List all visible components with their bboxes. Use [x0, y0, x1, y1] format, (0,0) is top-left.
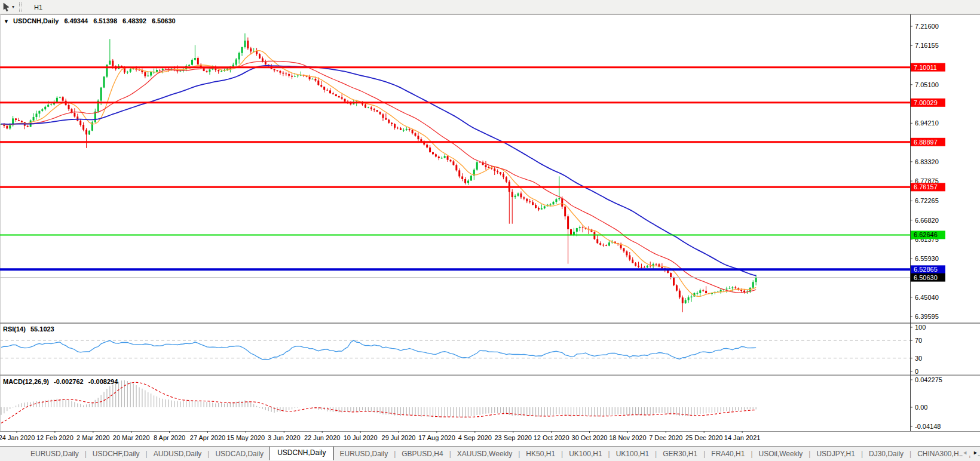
ma-slow-line — [1, 66, 756, 276]
ohlc-open: 6.49344 — [64, 17, 88, 24]
svg-text:6.52865: 6.52865 — [914, 266, 938, 273]
svg-text:29 Jul 2020: 29 Jul 2020 — [382, 434, 416, 441]
rsi-pane: 10070300 — [0, 324, 926, 375]
bottom-tab-audusd-daily[interactable]: AUDUSD,Daily — [148, 448, 207, 460]
chart-tab-bar: EURUSD,Daily|USDCHF,Daily|AUDUSD,Daily|U… — [0, 446, 980, 461]
svg-text:7.10011: 7.10011 — [914, 64, 937, 71]
chart-area: 7.216007.161557.051006.942106.833206.778… — [0, 14, 980, 446]
macd-pane: 0.0422750.00-0.04148 — [1, 376, 942, 430]
bottom-tab-usdchf-daily[interactable]: USDCHF,Daily — [87, 448, 145, 460]
svg-text:0.042275: 0.042275 — [915, 376, 942, 383]
svg-text:12 Oct 2020: 12 Oct 2020 — [534, 434, 569, 441]
bottom-tab-usdcnh-daily[interactable]: USDCNH,Daily — [269, 446, 334, 460]
svg-text:6.45040: 6.45040 — [915, 294, 939, 301]
svg-text:70: 70 — [915, 337, 922, 344]
chart-title: ▼ USDCNH,Daily 6.49344 6.51398 6.48392 6… — [4, 17, 176, 24]
svg-text:25 Dec 2020: 25 Dec 2020 — [685, 434, 722, 441]
svg-text:18 Nov 2020: 18 Nov 2020 — [609, 434, 646, 441]
svg-text:7.05100: 7.05100 — [915, 81, 939, 88]
macd-indicator-label: MACD(12,26,9) -0.002762 -0.008294 — [3, 378, 118, 385]
svg-text:6.66820: 6.66820 — [915, 217, 939, 224]
svg-text:7.00029: 7.00029 — [914, 99, 938, 106]
toolbar-grip[interactable] — [19, 2, 22, 12]
svg-text:6.88897: 6.88897 — [914, 139, 938, 146]
svg-text:7 Dec 2020: 7 Dec 2020 — [649, 434, 682, 441]
ma-fast-line — [1, 51, 756, 297]
bottom-tab-uk100-h1[interactable]: UK100,H1 — [564, 448, 607, 460]
toolbar: ▾ M1M5M15M30H1H4D1W1MN — [0, 0, 980, 14]
ma-mid-line — [1, 61, 756, 293]
svg-text:15 May 2020: 15 May 2020 — [227, 434, 265, 441]
svg-text:12 Feb 2020: 12 Feb 2020 — [36, 434, 74, 441]
tabs-scroll-left-icon[interactable]: ◄ — [962, 450, 967, 456]
svg-text:4 Sep 2020: 4 Sep 2020 — [458, 434, 492, 441]
rsi-indicator-label: RSI(14) 55.1023 — [3, 325, 54, 333]
macd-signal-value: -0.008294 — [88, 378, 118, 385]
price-axis-badges: 7.100117.000296.888976.761576.626466.528… — [911, 63, 945, 282]
svg-text:6.39595: 6.39595 — [915, 313, 939, 320]
bottom-tab-fra40-h1[interactable]: FRA40,H1 — [706, 448, 750, 460]
cursor-tool-icon[interactable] — [1, 2, 12, 13]
bottom-tab-ger30-h1[interactable]: GER30,H1 — [657, 448, 703, 460]
svg-text:22 Jun 2020: 22 Jun 2020 — [304, 434, 341, 441]
svg-text:2 Mar 2020: 2 Mar 2020 — [76, 434, 110, 441]
bottom-tab-uk100-h1[interactable]: UK100,H1 — [611, 448, 654, 460]
pane-separators — [0, 14, 980, 432]
svg-text:6.72265: 6.72265 — [915, 197, 939, 204]
chart-symbol: USDCNH,Daily — [13, 17, 59, 24]
svg-text:6.83320: 6.83320 — [915, 158, 939, 165]
svg-text:3 Jun 2020: 3 Jun 2020 — [268, 434, 300, 441]
bottom-tab-xauusd-weekly[interactable]: XAUUSD,Weekly — [452, 448, 517, 460]
cursor-tool-dropdown-icon[interactable]: ▾ — [12, 4, 14, 10]
svg-text:6.94210: 6.94210 — [915, 119, 939, 127]
bottom-tab-eurusd-daily[interactable]: EURUSD,Daily — [25, 448, 84, 460]
chart-collapse-icon[interactable]: ▼ — [4, 19, 9, 24]
svg-text:0.00: 0.00 — [915, 404, 927, 411]
svg-text:30 Oct 2020: 30 Oct 2020 — [572, 434, 608, 441]
ohlc-close: 6.50630 — [152, 17, 176, 24]
svg-text:27 Apr 2020: 27 Apr 2020 — [190, 434, 225, 441]
chart-canvas[interactable]: 7.216007.161557.051006.942106.833206.778… — [0, 14, 980, 445]
svg-text:6.62646: 6.62646 — [914, 231, 938, 238]
timeframe-button-h1[interactable]: H1 — [28, 1, 53, 13]
svg-text:6.50630: 6.50630 — [914, 274, 938, 281]
macd-value: -0.002762 — [54, 378, 84, 385]
bottom-tab-gbpusd-h4[interactable]: GBPUSD,H4 — [396, 448, 448, 460]
bottom-tab-usdjpy-h1[interactable]: USDJPY,H1 — [811, 448, 860, 460]
rsi-value: 55.1023 — [30, 325, 54, 333]
tabs-scroll-right-icon[interactable]: ► — [973, 450, 978, 456]
svg-text:6.76157: 6.76157 — [914, 183, 938, 190]
svg-text:0: 0 — [915, 368, 918, 375]
svg-text:14 Jan 2021: 14 Jan 2021 — [724, 434, 761, 441]
svg-text:7.21600: 7.21600 — [915, 23, 939, 30]
bottom-tab-eurusd-daily[interactable]: EURUSD,Daily — [334, 448, 393, 460]
svg-text:8 Apr 2020: 8 Apr 2020 — [154, 434, 185, 441]
date-axis[interactable]: 24 Jan 202012 Feb 20202 Mar 202020 Mar 2… — [0, 431, 760, 441]
rsi-name: RSI(14) — [3, 325, 26, 333]
bottom-tab-usoil-weekly[interactable]: USOil,Weekly — [754, 448, 808, 460]
svg-text:-0.04148: -0.04148 — [915, 423, 941, 430]
cursor-arrow-glyph — [2, 2, 11, 12]
bottom-tab-dj30-daily[interactable]: DJ30,Daily — [863, 448, 909, 460]
mt4-window: ▾ M1M5M15M30H1H4D1W1MN 7.216007.161557.0… — [0, 0, 980, 461]
ohlc-low: 6.48392 — [122, 17, 146, 24]
svg-text:10 Jul 2020: 10 Jul 2020 — [344, 434, 378, 441]
macd-name: MACD(12,26,9) — [3, 378, 49, 385]
svg-text:17 Aug 2020: 17 Aug 2020 — [418, 434, 455, 441]
svg-text:23 Sep 2020: 23 Sep 2020 — [495, 434, 532, 441]
svg-text:6.55930: 6.55930 — [915, 255, 939, 262]
bottom-tab-usdcad-daily[interactable]: USDCAD,Daily — [210, 448, 269, 460]
tab-scroll-arrows: ◄ ► — [958, 450, 978, 456]
svg-text:30: 30 — [915, 355, 922, 362]
ohlc-high: 6.51398 — [93, 17, 117, 24]
bottom-tab-hk50-h1[interactable]: HK50,H1 — [520, 448, 561, 460]
svg-text:100: 100 — [915, 324, 926, 331]
svg-text:24 Jan 2020: 24 Jan 2020 — [0, 434, 35, 441]
svg-text:20 Mar 2020: 20 Mar 2020 — [113, 434, 150, 441]
svg-text:7.16155: 7.16155 — [915, 42, 939, 49]
